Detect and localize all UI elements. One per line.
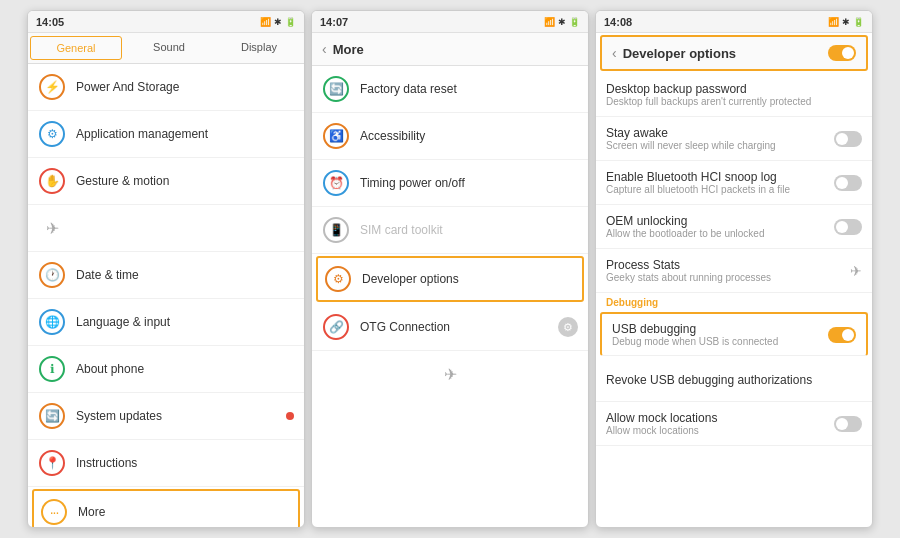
list-item-developeroptions[interactable]: ⚙ Developer options — [316, 256, 584, 302]
usbdebugging-title: USB debugging — [612, 322, 828, 336]
bthcilog-sub: Capture all bluetooth HCI packets in a f… — [606, 184, 834, 195]
otg-icon: 🔗 — [322, 313, 350, 341]
bt-icon-2: ✱ — [558, 17, 566, 27]
list-item-datetime[interactable]: 🕐 Date & time — [28, 252, 304, 299]
aboutphone-icon: ℹ — [38, 355, 66, 383]
list-item-backuppassword[interactable]: Desktop backup password Desktop full bac… — [596, 73, 872, 117]
mocklocations-toggle[interactable] — [834, 416, 862, 432]
phone-1: 14:05 📶 ✱ 🔋 General Sound Display ⚡ Powe… — [27, 10, 305, 528]
list-item-power[interactable]: ⚡ Power And Storage — [28, 64, 304, 111]
usbdebugging-toggle[interactable] — [828, 327, 856, 343]
mocklocations-sub: Allow mock locations — [606, 425, 834, 436]
time-3: 14:08 — [604, 16, 632, 28]
list-item-oemunlocking[interactable]: OEM unlocking Allow the bootloader to be… — [596, 205, 872, 249]
bird-decorative-icon: ✈ — [38, 214, 66, 242]
list-item-gesture[interactable]: ✋ Gesture & motion — [28, 158, 304, 205]
simtoolkit-icon: 📱 — [322, 216, 350, 244]
language-icon: 🌐 — [38, 308, 66, 336]
otg-title: OTG Connection — [360, 320, 558, 334]
status-icons-3: 📶 ✱ 🔋 — [828, 17, 864, 27]
wifi-icon-3: 📶 — [828, 17, 839, 27]
more-icon: ··· — [40, 498, 68, 526]
list-item-systemupdates[interactable]: 🔄 System updates — [28, 393, 304, 440]
systemupdates-title: System updates — [76, 409, 286, 423]
time-2: 14:07 — [320, 16, 348, 28]
bird-row-2: ✈ — [312, 351, 588, 397]
list-item-more[interactable]: ··· More — [32, 489, 300, 527]
gesture-icon: ✋ — [38, 167, 66, 195]
time-1: 14:05 — [36, 16, 64, 28]
bird-icon-2: ✈ — [444, 365, 457, 384]
back-button-2[interactable]: ‹ — [322, 41, 327, 57]
back-button-3[interactable]: ‹ — [612, 45, 617, 61]
simtoolkit-title: SIM card toolkit — [360, 223, 578, 237]
list-item-language[interactable]: 🌐 Language & input — [28, 299, 304, 346]
oemunlocking-title: OEM unlocking — [606, 214, 834, 228]
tab-display[interactable]: Display — [214, 33, 304, 63]
list-item-accessibility[interactable]: ♿ Accessibility — [312, 113, 588, 160]
list-item-mocklocations[interactable]: Allow mock locations Allow mock location… — [596, 402, 872, 446]
systemupdates-icon: 🔄 — [38, 402, 66, 430]
bthcilog-toggle[interactable] — [834, 175, 862, 191]
settings-list-2: 🔄 Factory data reset ♿ Accessibility ⏰ T… — [312, 66, 588, 527]
stayawake-title: Stay awake — [606, 126, 834, 140]
developeroptions-icon: ⚙ — [324, 265, 352, 293]
list-item-instructions[interactable]: 📍 Instructions — [28, 440, 304, 487]
list-item-usbdebugging[interactable]: USB debugging Debug mode when USB is con… — [600, 312, 868, 356]
developeroptions-title: Developer options — [362, 272, 576, 286]
language-title: Language & input — [76, 315, 294, 329]
backuppassword-sub: Desktop full backups aren't currently pr… — [606, 96, 862, 107]
nav-header-2: ‹ More — [312, 33, 588, 66]
gesture-title: Gesture & motion — [76, 174, 294, 188]
bird-icon-3: ✈ — [850, 263, 862, 279]
nav-header-3: ‹ Developer options — [600, 35, 868, 71]
power-title: Power And Storage — [76, 80, 294, 94]
processstats-title: Process Stats — [606, 258, 850, 272]
list-item-otgconnection[interactable]: 🔗 OTG Connection ⚙ — [312, 304, 588, 351]
tab-general[interactable]: General — [30, 36, 122, 60]
settings-list-1: ⚡ Power And Storage ⚙ Application manage… — [28, 64, 304, 527]
oemunlocking-toggle[interactable] — [834, 219, 862, 235]
processstats-sub: Geeky stats about running processes — [606, 272, 850, 283]
list-item-bird: ✈ — [28, 205, 304, 252]
factoryreset-icon: 🔄 — [322, 75, 350, 103]
status-icons-2: 📶 ✱ 🔋 — [544, 17, 580, 27]
bt-icon-3: ✱ — [842, 17, 850, 27]
backuppassword-title: Desktop backup password — [606, 82, 862, 96]
datetime-icon: 🕐 — [38, 261, 66, 289]
factoryreset-title: Factory data reset — [360, 82, 578, 96]
tab-sound[interactable]: Sound — [124, 33, 214, 63]
wifi-icon-2: 📶 — [544, 17, 555, 27]
stayawake-toggle[interactable] — [834, 131, 862, 147]
phone-3: 14:08 📶 ✱ 🔋 ‹ Developer options Desktop … — [595, 10, 873, 528]
list-item-factoryreset[interactable]: 🔄 Factory data reset — [312, 66, 588, 113]
phone-2: 14:07 📶 ✱ 🔋 ‹ More 🔄 Factory data reset … — [311, 10, 589, 528]
power-icon: ⚡ — [38, 73, 66, 101]
status-icons-1: 📶 ✱ 🔋 — [260, 17, 296, 27]
list-item-processstats[interactable]: Process Stats Geeky stats about running … — [596, 249, 872, 293]
appmanagement-icon: ⚙ — [38, 120, 66, 148]
status-bar-2: 14:07 📶 ✱ 🔋 — [312, 11, 588, 33]
nav-title-2: More — [333, 42, 578, 57]
instructions-icon: 📍 — [38, 449, 66, 477]
battery-icon-3: 🔋 — [853, 17, 864, 27]
list-item-appmanagement[interactable]: ⚙ Application management — [28, 111, 304, 158]
otg-gear-icon: ⚙ — [558, 317, 578, 337]
list-item-stayawake[interactable]: Stay awake Screen will never sleep while… — [596, 117, 872, 161]
section-debugging: Debugging — [596, 293, 872, 310]
list-item-revokeusb[interactable]: Revoke USB debugging authorizations — [596, 358, 872, 402]
list-item-aboutphone[interactable]: ℹ About phone — [28, 346, 304, 393]
bt-icon: ✱ — [274, 17, 282, 27]
timing-title: Timing power on/off — [360, 176, 578, 190]
settings-list-3: Desktop backup password Desktop full bac… — [596, 73, 872, 527]
status-bar-3: 14:08 📶 ✱ 🔋 — [596, 11, 872, 33]
appmanagement-title: Application management — [76, 127, 294, 141]
list-item-timing[interactable]: ⏰ Timing power on/off — [312, 160, 588, 207]
list-item-bthcilog[interactable]: Enable Bluetooth HCI snoop log Capture a… — [596, 161, 872, 205]
timing-icon: ⏰ — [322, 169, 350, 197]
battery-icon: 🔋 — [285, 17, 296, 27]
status-bar-1: 14:05 📶 ✱ 🔋 — [28, 11, 304, 33]
developer-options-toggle[interactable] — [828, 45, 856, 61]
bthcilog-title: Enable Bluetooth HCI snoop log — [606, 170, 834, 184]
oemunlocking-sub: Allow the bootloader to be unlocked — [606, 228, 834, 239]
